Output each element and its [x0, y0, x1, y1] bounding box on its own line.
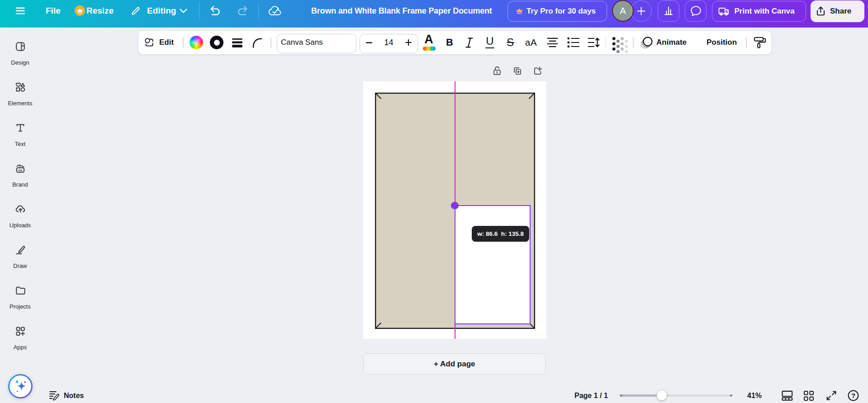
svg-text:co: co	[18, 168, 22, 172]
svg-text:?: ?	[851, 392, 855, 399]
